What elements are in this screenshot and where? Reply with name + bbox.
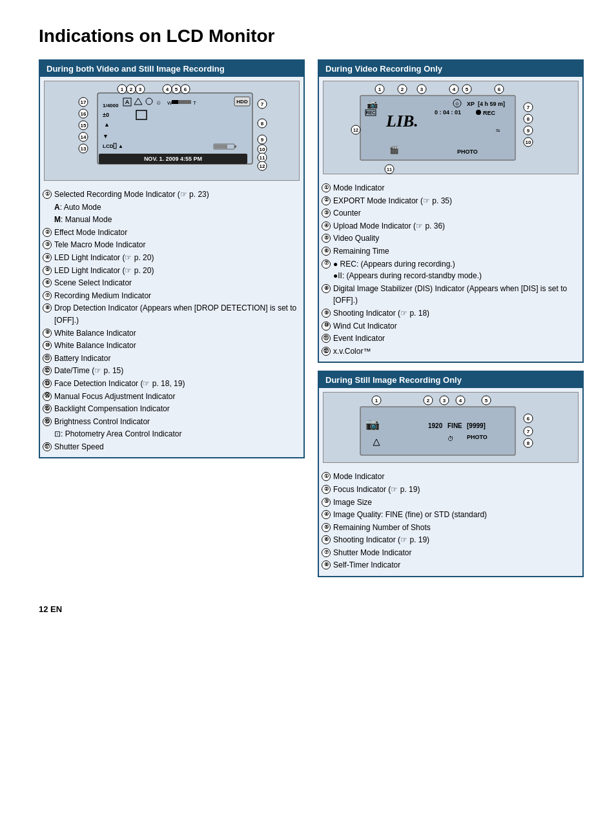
svg-text:▼: ▼ bbox=[103, 133, 108, 139]
svg-text:11: 11 bbox=[260, 155, 265, 161]
svg-text:4: 4 bbox=[166, 87, 169, 92]
svg-text:12: 12 bbox=[353, 128, 358, 132]
list-item: ④ Image Quality: FINE (fine) or STD (sta… bbox=[322, 509, 580, 521]
svg-text:⊙: ⊙ bbox=[455, 101, 459, 106]
right-column: During Video Recording Only 1 2 3 4 5 bbox=[318, 59, 584, 585]
list-item: ⑤ Remaining Number of Shots bbox=[322, 522, 580, 534]
effect-mode-indicator-item: ② Effect Mode Indicator bbox=[43, 227, 301, 239]
list-item: ③ Counter bbox=[322, 207, 580, 220]
list-item: ⑦ Recording Medium Indicator bbox=[43, 290, 301, 302]
list-item: ④ LED Light Indicator (☞ p. 20) bbox=[43, 252, 301, 264]
svg-text:NOV. 1. 2009    4:55 PM: NOV. 1. 2009 4:55 PM bbox=[144, 156, 202, 162]
svg-text:17: 17 bbox=[81, 99, 87, 105]
svg-text:3: 3 bbox=[443, 398, 446, 404]
svg-text:XP: XP bbox=[467, 101, 475, 107]
list-item: ⑥ Shooting Indicator (☞ p. 19) bbox=[322, 534, 580, 546]
svg-rect-56 bbox=[234, 145, 236, 148]
still-indicator-list: ① Mode Indicator ② Focus Indicator (☞ p.… bbox=[319, 467, 582, 576]
list-item: ⑧ Self-Timer Indicator bbox=[322, 559, 580, 571]
svg-text:11: 11 bbox=[387, 167, 392, 172]
svg-text:8: 8 bbox=[527, 116, 530, 122]
section-still-title: During Still Image Recording Only bbox=[319, 372, 582, 388]
section-video-title: During Video Recording Only bbox=[319, 61, 582, 77]
list-item: ① M: Manual Mode bbox=[43, 214, 301, 226]
list-item: ⑧ Digital Image Stabilizer (DIS) Indicat… bbox=[322, 283, 580, 307]
svg-text:PHOTO: PHOTO bbox=[457, 149, 478, 155]
svg-text:13: 13 bbox=[81, 146, 87, 152]
svg-text:12: 12 bbox=[260, 163, 265, 169]
svg-rect-55 bbox=[214, 145, 227, 149]
lcd-diagram: 1 2 3 4 5 6 7 8 bbox=[45, 81, 299, 181]
list-item: ⑦ ● REC: (Appears during recording.)●II:… bbox=[322, 258, 580, 282]
list-item: ⑧ Drop Detection Indicator (Appears when… bbox=[43, 302, 301, 326]
svg-text:5: 5 bbox=[485, 398, 488, 404]
list-item: ⑩ Wind Cut Indicator bbox=[322, 320, 580, 333]
svg-text:1/4000: 1/4000 bbox=[103, 103, 119, 108]
svg-rect-43 bbox=[172, 100, 178, 104]
svg-text:7: 7 bbox=[261, 101, 264, 107]
section-both: During both Video and Still Image Record… bbox=[39, 59, 305, 458]
svg-point-93 bbox=[476, 110, 481, 115]
svg-text:W: W bbox=[167, 100, 172, 106]
scene-select-indicator-item: ⑤ LED Light Indicator (☞ p. 20) bbox=[43, 265, 301, 277]
page-number: 12 EN bbox=[39, 604, 584, 614]
list-item: ① Selected Recording Mode Indicator (☞ p… bbox=[43, 189, 301, 201]
list-item: ① A: Auto Mode bbox=[43, 201, 301, 214]
svg-text:6: 6 bbox=[527, 416, 530, 422]
svg-text:10: 10 bbox=[260, 147, 265, 152]
svg-text:5: 5 bbox=[466, 87, 469, 92]
svg-text:6: 6 bbox=[184, 87, 187, 92]
list-item: ⑫ x.v.Color™ bbox=[322, 345, 580, 358]
svg-text:4: 4 bbox=[453, 87, 456, 92]
svg-text:1: 1 bbox=[121, 87, 124, 92]
list-item: ① Mode Indicator bbox=[322, 471, 580, 483]
list-item: ⑯ Brightness Control Indicator bbox=[43, 416, 301, 428]
svg-text:A: A bbox=[125, 99, 130, 105]
svg-text:4: 4 bbox=[459, 398, 462, 404]
list-item: ⑨ Shooting Indicator (☞ p. 18) bbox=[322, 307, 580, 320]
svg-text:7: 7 bbox=[527, 429, 530, 435]
svg-text:[9999]: [9999] bbox=[467, 422, 486, 429]
list-item: ⑪ Battery Indicator bbox=[43, 353, 301, 365]
svg-text:PHOTO: PHOTO bbox=[467, 434, 488, 440]
svg-text:REC: REC bbox=[366, 110, 376, 115]
svg-text:2: 2 bbox=[427, 398, 430, 404]
svg-text:1920: 1920 bbox=[428, 422, 443, 429]
list-item: ④ Upload Mode Indicator (☞ p. 36) bbox=[322, 220, 580, 232]
list-item: ⑨ White Balance Indicator bbox=[43, 327, 301, 340]
svg-text:🎬: 🎬 bbox=[389, 145, 399, 154]
video-indicator-list: ① Mode Indicator ② EXPORT Mode Indicator… bbox=[319, 178, 582, 362]
svg-text:8: 8 bbox=[261, 121, 264, 127]
zoom-indicator-item: ⑥ Scene Select Indicator bbox=[43, 277, 301, 289]
svg-text:REC: REC bbox=[483, 110, 496, 116]
list-item: ⑭ Manual Focus Adjustment Indicator bbox=[43, 391, 301, 403]
svg-text:9: 9 bbox=[261, 137, 264, 143]
list-item: ① Mode Indicator bbox=[322, 182, 580, 194]
video-diagram: 1 2 3 4 5 6 7 bbox=[323, 81, 578, 175]
svg-text:LCD: LCD bbox=[103, 143, 114, 149]
svg-text:▲: ▲ bbox=[104, 121, 110, 128]
list-item: ⑫ Date/Time (☞ p. 15) bbox=[43, 365, 301, 377]
svg-text:FINE: FINE bbox=[447, 422, 462, 429]
section-video: During Video Recording Only 1 2 3 4 5 bbox=[318, 59, 584, 363]
svg-text:6: 6 bbox=[498, 87, 501, 92]
svg-text:2: 2 bbox=[130, 87, 133, 92]
svg-text:15: 15 bbox=[81, 123, 87, 128]
list-item: ⑤ Video Quality bbox=[322, 232, 580, 245]
svg-text:16: 16 bbox=[81, 111, 87, 117]
svg-text:[4 h 59 m]: [4 h 59 m] bbox=[478, 101, 505, 107]
svg-rect-108 bbox=[360, 407, 515, 455]
list-item: ③ Image Size bbox=[322, 497, 580, 509]
list-item: ⑦ Shutter Mode Indicator bbox=[322, 547, 580, 559]
list-item: ③ Tele Macro Mode Indicator bbox=[43, 239, 301, 251]
monitor-backlight-indicator-item: ⑩ White Balance Indicator bbox=[43, 340, 301, 352]
list-item: ⑥ Remaining Time bbox=[322, 245, 580, 258]
list-item: ⑯ ⊡: Photometry Area Control Indicator bbox=[43, 428, 301, 440]
svg-text:5: 5 bbox=[175, 87, 178, 92]
svg-text:8: 8 bbox=[527, 440, 530, 446]
svg-text:±0: ±0 bbox=[103, 112, 109, 118]
svg-text:▲: ▲ bbox=[118, 143, 123, 149]
svg-text:📷: 📷 bbox=[365, 417, 380, 431]
svg-text:HDD: HDD bbox=[236, 99, 248, 105]
svg-text:7: 7 bbox=[527, 105, 530, 110]
